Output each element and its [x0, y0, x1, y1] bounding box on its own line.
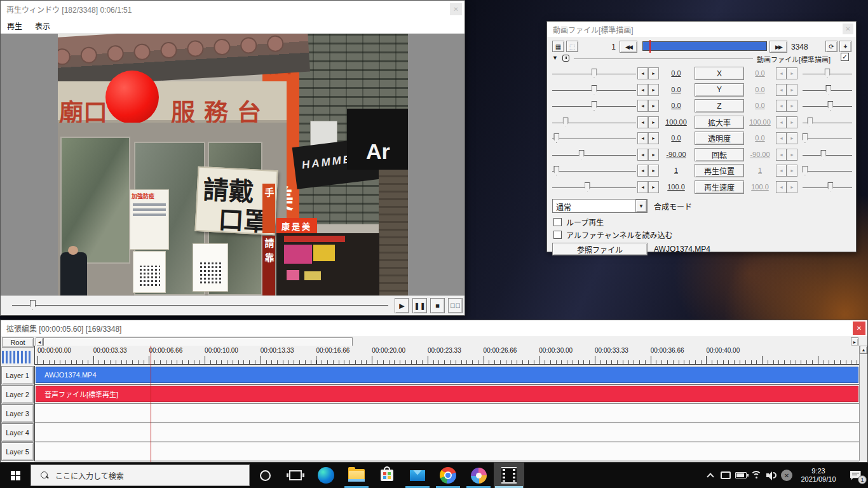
spin-right-arrow-icon[interactable]: ►: [648, 100, 659, 112]
notification-center-button[interactable]: 1: [843, 463, 868, 488]
left-value[interactable]: -90.00: [660, 151, 692, 158]
right-spinner[interactable]: ◄►: [776, 67, 797, 79]
root-button[interactable]: Root: [2, 337, 34, 348]
add-filter-icon[interactable]: +: [839, 41, 851, 52]
right-value[interactable]: 0.0: [745, 102, 775, 109]
right-slider-thumb[interactable]: [825, 69, 831, 78]
spin-left-arrow-icon[interactable]: ◄: [776, 84, 787, 96]
timeline-vscrollbar[interactable]: ▲: [859, 346, 867, 461]
parameter-button[interactable]: 再生速度: [695, 180, 744, 194]
right-value[interactable]: -90.00: [745, 151, 775, 158]
taskbar-aviutl-button[interactable]: [494, 463, 524, 488]
right-slider[interactable]: [803, 99, 852, 113]
loop-playback-checkbox[interactable]: [553, 218, 562, 226]
spin-left-arrow-icon[interactable]: ◄: [776, 165, 787, 177]
right-value[interactable]: 100.00: [745, 118, 775, 126]
spin-right-arrow-icon[interactable]: ►: [648, 67, 659, 79]
left-slider-thumb[interactable]: [553, 133, 559, 143]
left-spinner[interactable]: ◄►: [637, 100, 659, 112]
spin-right-arrow-icon[interactable]: ►: [787, 100, 797, 112]
right-spinner[interactable]: ◄►: [776, 165, 797, 177]
left-value[interactable]: 100.0: [660, 183, 692, 191]
layer-track[interactable]: 音声ファイル[標準再生]: [34, 385, 859, 404]
spin-left-arrow-icon[interactable]: ◄: [637, 100, 648, 112]
left-slider-thumb[interactable]: [553, 166, 559, 175]
playhead-line[interactable]: [151, 346, 151, 462]
left-slider[interactable]: [552, 99, 636, 113]
right-value[interactable]: 0.0: [745, 69, 775, 77]
right-spinner[interactable]: ◄►: [776, 84, 797, 96]
seek-thumb[interactable]: [30, 300, 36, 310]
spin-left-arrow-icon[interactable]: ◄: [776, 132, 787, 144]
hscroll-left-arrow-icon[interactable]: ◄: [36, 337, 43, 346]
right-spinner[interactable]: ◄►: [776, 149, 797, 161]
tray-battery-button[interactable]: [733, 463, 749, 488]
play-button[interactable]: ▶: [395, 298, 409, 313]
left-slider[interactable]: [552, 148, 636, 162]
spin-left-arrow-icon[interactable]: ◄: [776, 67, 787, 79]
left-spinner[interactable]: ◄►: [637, 149, 659, 161]
layer-label-button[interactable]: Layer 2: [1, 385, 34, 403]
layer-track[interactable]: AWJO1374.MP4: [34, 366, 859, 385]
right-spinner[interactable]: ◄►: [776, 181, 797, 193]
spin-right-arrow-icon[interactable]: ►: [787, 181, 797, 193]
clock-icon[interactable]: [562, 55, 569, 62]
spin-right-arrow-icon[interactable]: ►: [787, 116, 797, 128]
task-view-button[interactable]: [280, 463, 311, 488]
right-spinner[interactable]: ◄►: [776, 132, 797, 144]
left-value[interactable]: 100.00: [660, 118, 692, 126]
stop-button[interactable]: ■: [430, 298, 445, 313]
spin-left-arrow-icon[interactable]: ◄: [637, 84, 648, 96]
blend-mode-select[interactable]: 通常 ▼: [552, 199, 648, 213]
blend-dropdown-arrow-icon[interactable]: ▼: [635, 200, 647, 212]
left-slider-thumb[interactable]: [592, 101, 597, 111]
left-spinner[interactable]: ◄►: [637, 67, 659, 79]
left-slider-thumb[interactable]: [592, 85, 597, 95]
hscroll-thumb[interactable]: [43, 337, 353, 346]
left-slider[interactable]: [552, 164, 636, 178]
taskbar-explorer-button[interactable]: [341, 463, 372, 488]
layer-label-button[interactable]: Layer 4: [1, 423, 34, 442]
player-titlebar[interactable]: 再生ウィンドウ [182/3348] 0:06/1:51 ✕: [1, 1, 465, 18]
spin-right-arrow-icon[interactable]: ►: [648, 181, 659, 193]
spin-left-arrow-icon[interactable]: ◄: [776, 181, 787, 193]
hscroll-right-arrow-icon[interactable]: ►: [851, 337, 858, 346]
mute-button[interactable]: ◁⃝: [448, 298, 463, 313]
spin-right-arrow-icon[interactable]: ►: [648, 165, 659, 177]
right-value[interactable]: 0.0: [745, 86, 775, 93]
browse-file-button[interactable]: 参照ファイル: [552, 243, 648, 255]
parameter-button[interactable]: Z: [695, 99, 744, 112]
tray-chevron-button[interactable]: [703, 463, 718, 488]
layer-label-button[interactable]: Layer 5: [1, 442, 34, 461]
right-slider[interactable]: [803, 132, 852, 146]
spin-left-arrow-icon[interactable]: ◄: [776, 100, 787, 112]
parameter-button[interactable]: 透明度: [695, 132, 744, 145]
spin-left-arrow-icon[interactable]: ◄: [637, 165, 648, 177]
timeline-clip[interactable]: 音声ファイル[標準再生]: [36, 386, 858, 402]
left-spinner[interactable]: ◄►: [637, 181, 659, 193]
right-slider-thumb[interactable]: [802, 133, 808, 143]
filter-enabled-checkbox[interactable]: ✓: [841, 53, 849, 61]
spin-left-arrow-icon[interactable]: ◄: [637, 67, 648, 79]
refresh-icon[interactable]: ⟳: [825, 41, 837, 52]
left-value[interactable]: 0.0: [660, 102, 692, 109]
layer-track[interactable]: [34, 442, 859, 461]
right-spinner[interactable]: ◄►: [776, 116, 797, 128]
clipping-icon[interactable]: ⬚: [566, 41, 578, 52]
timeline-close-icon[interactable]: ✕: [853, 322, 865, 335]
spin-right-arrow-icon[interactable]: ►: [787, 67, 797, 79]
layer-label-button[interactable]: Layer 3: [1, 404, 34, 423]
right-spinner[interactable]: ◄►: [776, 100, 797, 112]
menu-view[interactable]: 表示: [29, 20, 57, 31]
next-frame-button[interactable]: ▶▶: [770, 41, 787, 53]
spin-right-arrow-icon[interactable]: ►: [787, 165, 797, 177]
taskbar-store-button[interactable]: [372, 463, 402, 488]
player-close-icon[interactable]: ✕: [450, 3, 462, 15]
left-spinner[interactable]: ◄►: [637, 165, 659, 177]
timeline-zoom-indicator[interactable]: [2, 351, 31, 363]
spin-left-arrow-icon[interactable]: ◄: [637, 132, 648, 144]
right-slider-thumb[interactable]: [820, 150, 826, 159]
taskbar-search-input[interactable]: ここに入力して検索: [31, 464, 250, 486]
prev-frame-button[interactable]: ◀◀: [620, 41, 637, 53]
cortana-button[interactable]: [250, 463, 280, 488]
